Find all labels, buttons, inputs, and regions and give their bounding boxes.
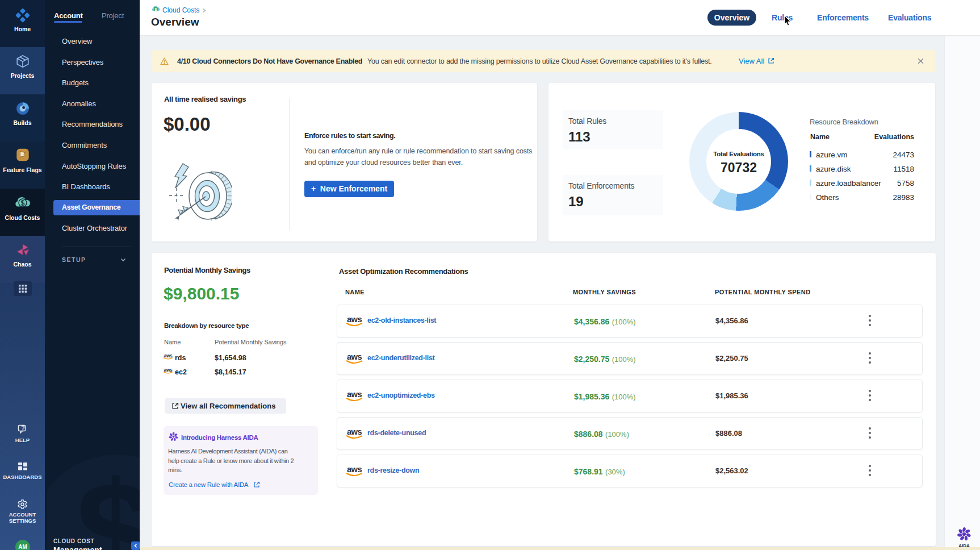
svg-text:$: $ — [155, 7, 157, 12]
svg-text:$: $ — [76, 452, 140, 550]
